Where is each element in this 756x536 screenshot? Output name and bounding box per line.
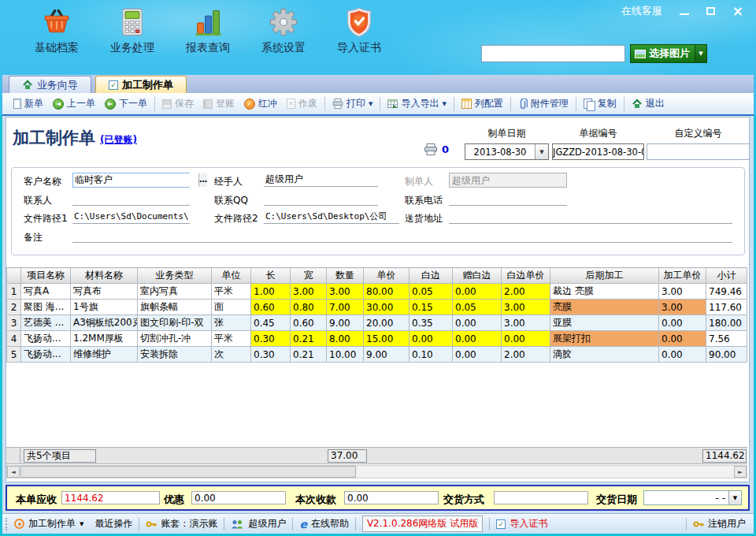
copy-button[interactable]: 复制 bbox=[579, 95, 621, 113]
maximize-icon[interactable] bbox=[706, 7, 715, 15]
date-dropdown-icon[interactable]: ▼ bbox=[535, 144, 548, 159]
grid-cell[interactable]: 2.00 bbox=[502, 284, 550, 300]
attachment-button[interactable]: 附件管理 bbox=[513, 95, 573, 113]
grid-cell[interactable]: 展架打扣 bbox=[550, 331, 659, 347]
grid-cell[interactable]: 聚图 海... bbox=[21, 300, 71, 315]
tab-business-wizard[interactable]: 业务向导 bbox=[9, 76, 91, 93]
posted-status-link[interactable]: (已登账) bbox=[100, 133, 137, 149]
handler-input[interactable] bbox=[264, 173, 378, 187]
delivery-date-input[interactable]: - - ▼ bbox=[643, 490, 742, 505]
grid-cell[interactable]: 1.2MM厚板 bbox=[71, 331, 138, 347]
import-cert-button[interactable]: ✓ 导入证书 bbox=[496, 517, 547, 530]
address-input[interactable] bbox=[449, 210, 732, 224]
grid-cell[interactable]: 0.00 bbox=[502, 331, 550, 347]
post-account-button[interactable]: 登账 bbox=[198, 95, 239, 113]
grid-cell[interactable]: 飞扬动... bbox=[21, 331, 71, 347]
grid-cell[interactable]: 图文印刷-印-双 bbox=[138, 315, 212, 331]
grid-cell[interactable]: 3.00 bbox=[327, 284, 364, 300]
recent-actions-button[interactable]: 最近操作 bbox=[94, 517, 132, 530]
grid-cell[interactable]: 0.30 bbox=[251, 331, 291, 347]
select-image-dropdown[interactable]: ▼ bbox=[695, 45, 706, 62]
discount-input[interactable] bbox=[191, 491, 286, 504]
row-number[interactable]: 4 bbox=[7, 331, 21, 347]
grid-column-header[interactable]: 数量 bbox=[327, 268, 364, 284]
custom-number-input[interactable] bbox=[647, 143, 750, 160]
previous-order-button[interactable]: ◄上一单 bbox=[48, 95, 100, 113]
grid-column-header[interactable] bbox=[7, 268, 21, 284]
online-help-button[interactable]: e 在线帮助 bbox=[299, 517, 349, 530]
horizontal-scrollbar[interactable]: ◄ ► bbox=[6, 465, 747, 478]
grid-cell[interactable]: 117.60 bbox=[706, 300, 747, 315]
save-button[interactable]: 保存 bbox=[158, 95, 198, 113]
print-button[interactable]: 打印▼ bbox=[328, 95, 377, 113]
grid-column-header[interactable]: 项目名称 bbox=[21, 268, 71, 284]
scroll-right-icon[interactable]: ► bbox=[734, 466, 747, 478]
nav-item-base-archive[interactable]: 基础档案 bbox=[19, 6, 94, 55]
grid-cell[interactable]: 0.00 bbox=[659, 347, 706, 363]
grid-cell[interactable]: 切割冲孔-冲 bbox=[138, 331, 212, 347]
grid-cell[interactable]: 0.00 bbox=[659, 315, 706, 331]
grid-cell[interactable]: 15.00 bbox=[364, 331, 410, 347]
grid-cell[interactable]: 0.21 bbox=[291, 331, 327, 347]
grid-cell[interactable]: 飞扬动... bbox=[21, 347, 71, 363]
grid-cell[interactable]: 20.00 bbox=[364, 315, 410, 331]
customer-picker-button[interactable]: … bbox=[198, 173, 207, 187]
grid-cell[interactable]: 0.80 bbox=[291, 300, 327, 315]
contact-input[interactable] bbox=[72, 192, 190, 206]
grid-column-header[interactable]: 后期加工 bbox=[550, 268, 659, 284]
scrollbar-thumb[interactable] bbox=[20, 466, 356, 478]
grid-cell[interactable]: 写真A bbox=[21, 284, 71, 300]
tab-processing-order[interactable]: ✓ 加工制作单 bbox=[95, 76, 187, 93]
grid-cell[interactable]: 749.46 bbox=[706, 284, 747, 300]
statusbar-doc-type[interactable]: 加工制作单 ▼ bbox=[14, 517, 83, 530]
grid-column-header[interactable]: 白边单价 bbox=[502, 268, 550, 284]
grid-cell[interactable]: 0.30 bbox=[251, 347, 291, 363]
grid-cell[interactable]: 0.00 bbox=[410, 331, 453, 347]
grid-cell[interactable]: 次 bbox=[212, 347, 251, 363]
nav-item-import-cert[interactable]: 导入证书 bbox=[321, 6, 397, 55]
row-number[interactable]: 3 bbox=[7, 315, 21, 331]
grid-cell[interactable]: 2.00 bbox=[502, 347, 550, 363]
grid-cell[interactable]: 室内写真 bbox=[138, 284, 212, 300]
exit-button[interactable]: 退出 bbox=[627, 95, 669, 113]
grid-cell[interactable]: 裁边 亮膜 bbox=[550, 284, 659, 300]
grid-cell[interactable]: 0.60 bbox=[251, 300, 291, 315]
grid-cell[interactable]: 艺德美 ... bbox=[21, 315, 71, 331]
grid-cell[interactable]: A3铜板纸200克 bbox=[71, 315, 138, 331]
next-order-button[interactable]: ►下一单 bbox=[100, 95, 152, 113]
grid-cell[interactable]: 0.21 bbox=[291, 347, 327, 363]
online-service-link[interactable]: 在线客服 bbox=[621, 4, 662, 18]
grid-cell[interactable]: 亮膜 bbox=[550, 300, 659, 315]
row-number[interactable]: 2 bbox=[7, 300, 21, 315]
close-icon[interactable]: × bbox=[732, 6, 743, 16]
grid-cell[interactable]: 3.00 bbox=[502, 300, 550, 315]
grid-cell[interactable]: 0.60 bbox=[291, 315, 327, 331]
select-image-button[interactable]: 选择图片 ▼ bbox=[630, 44, 707, 63]
grid-cell[interactable]: 180.00 bbox=[706, 315, 747, 331]
import-export-button[interactable]: 导入导出▼ bbox=[383, 95, 450, 113]
path1-input[interactable] bbox=[72, 210, 190, 224]
nav-item-reports[interactable]: 报表查询 bbox=[170, 6, 246, 55]
grid-cell[interactable]: 面 bbox=[212, 300, 251, 315]
delivery-method-input[interactable] bbox=[494, 491, 588, 504]
qq-input[interactable] bbox=[264, 192, 378, 206]
phone-input[interactable] bbox=[449, 192, 567, 206]
logout-button[interactable]: 注销用户 bbox=[693, 517, 746, 530]
doc-number-input[interactable]: JGZZD-2013-08-30-001 bbox=[552, 143, 644, 160]
grid-cell[interactable]: 7.56 bbox=[706, 331, 747, 347]
receivable-input[interactable] bbox=[61, 491, 160, 504]
grid-cell[interactable]: 平米 bbox=[212, 331, 251, 347]
grid-cell[interactable]: 0.00 bbox=[659, 331, 706, 347]
column-config-button[interactable]: 列配置 bbox=[457, 95, 508, 113]
grid-cell[interactable]: 0.00 bbox=[453, 347, 502, 363]
customer-input[interactable] bbox=[73, 173, 198, 187]
grid-cell[interactable]: 0.00 bbox=[453, 331, 502, 347]
grid-column-header[interactable]: 长 bbox=[251, 268, 291, 284]
grid-cell[interactable]: 10.00 bbox=[327, 347, 364, 363]
grid-cell[interactable]: 安装拆除 bbox=[138, 347, 212, 363]
grid-cell[interactable]: 3.00 bbox=[659, 284, 706, 300]
grid-cell[interactable]: 3.00 bbox=[659, 300, 706, 315]
grid-cell[interactable]: 0.45 bbox=[251, 315, 291, 331]
grid-cell[interactable]: 平米 bbox=[212, 284, 251, 300]
grid-cell[interactable]: 3.00 bbox=[502, 315, 550, 331]
